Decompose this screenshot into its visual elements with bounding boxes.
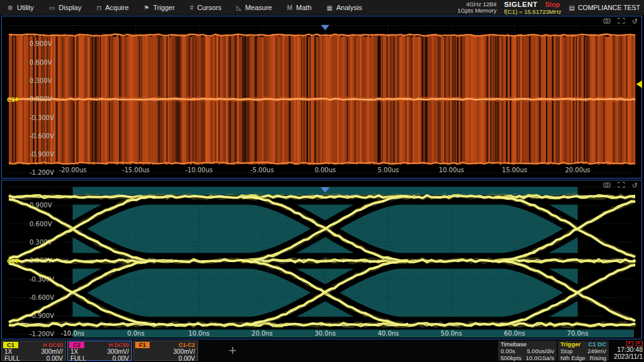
waveform-panel-main[interactable]: [1, 16, 642, 178]
clock-date: 2023/11/1: [606, 353, 643, 360]
channel-box-c1[interactable]: C1 H DC50 1X300mV/ FULL0.00V: [1, 341, 66, 361]
waveform-panel-eye[interactable]: [1, 180, 642, 339]
trigger-panel[interactable]: Trigger C1 DC Stop249mV Nth EdgeRising: [558, 341, 609, 361]
lan-status-icon: [626, 341, 633, 346]
atten-c1: 1X: [4, 349, 12, 355]
scale-c1: 300mV/: [42, 349, 63, 355]
math-source-f1: C1-C2: [179, 342, 195, 348]
atten-c2: 1X: [70, 349, 78, 355]
menu-trigger[interactable]: ⚑ Trigger: [136, 0, 182, 15]
clock-block: 17:30:48 2023/11/1: [606, 341, 643, 359]
measure-icon: ◺: [236, 4, 242, 11]
menu-measure[interactable]: ◺ Measure: [229, 0, 280, 15]
reset-zoom-icon[interactable]: ↺: [632, 18, 638, 25]
menu-trigger-label: Trigger: [153, 4, 174, 11]
brand-block: SIGLENT Stop f(C1) = 15.61723MHz: [504, 1, 561, 15]
timebase-points: 500kpts: [501, 355, 521, 361]
frequency-readout: f(C1) = 15.61723MHz: [504, 8, 561, 15]
menu-analysis-label: Analysis: [336, 4, 362, 11]
menu-analysis[interactable]: ▦ Analysis: [319, 0, 369, 15]
menu-acquire[interactable]: ⊓ Acquire: [89, 0, 136, 15]
fullscreen-icon[interactable]: [618, 182, 625, 189]
remote-status-icon: [636, 341, 643, 346]
coupling-c2: H DC50: [109, 342, 129, 348]
flag-icon: ⚑: [144, 4, 150, 11]
trigger-status: Stop: [560, 348, 573, 354]
status-bar: C1 H DC50 1X300mV/ FULL0.00V C2 H DC50 1…: [0, 340, 644, 362]
bw-c1: FULL: [4, 356, 19, 362]
clock-time: 17:30:48: [606, 346, 643, 353]
trigger-title: Trigger: [560, 341, 580, 348]
timebase-scale: 5.00us/div: [527, 348, 554, 354]
channel-box-c2[interactable]: C2 H DC50 1X300mV/ FULL0.00V: [67, 341, 132, 361]
menu-cursors-label: Cursors: [197, 4, 221, 11]
bw-c2: FULL: [70, 356, 86, 362]
trigger-level: 249mV: [587, 348, 606, 354]
compliance-test-button[interactable]: ▤ COMPLIANCE TEST: [569, 4, 641, 11]
menu-utility-label: Utility: [17, 4, 34, 11]
trigger-type: Nth Edge: [560, 355, 586, 361]
cursors-icon: #: [190, 4, 194, 11]
timebase-delay: 0.00s: [501, 348, 515, 354]
brand-logo: SIGLENT: [504, 1, 537, 8]
menu-display[interactable]: ▭ Display: [42, 0, 89, 15]
compliance-test-label: COMPLIANCE TEST: [578, 4, 640, 11]
screenshot-icon[interactable]: [603, 18, 611, 25]
menu-bar: ⚙ Utility ▭ Display ⊓ Acquire ⚑ Trigger …: [0, 0, 644, 15]
menu-math-label: Math: [296, 4, 311, 11]
scope-specs: 4GHz 12Bit 1Gpts Memory: [457, 1, 496, 14]
plus-icon: +: [229, 343, 237, 359]
menu-acquire-label: Acquire: [105, 4, 128, 11]
gear-icon: ⚙: [8, 4, 13, 11]
scale-c2: 300mV/: [108, 349, 129, 355]
menu-measure-label: Measure: [245, 4, 272, 11]
acquisition-status[interactable]: Stop: [545, 1, 560, 8]
channel-chip-c2: C2: [69, 342, 84, 348]
scale-f1: 300mV/: [174, 349, 195, 355]
channel-box-f1[interactable]: F1 C1-C2 300mV/ 0.00V: [133, 341, 198, 361]
trigger-slope: Rising: [590, 355, 606, 361]
timebase-panel[interactable]: Timebase 0.00s5.00us/div 500kpts10.0GSa/…: [498, 341, 557, 361]
menu-utility[interactable]: ⚙ Utility: [0, 0, 42, 15]
monitor-icon: ▭: [49, 4, 55, 11]
channel-chip-c1: C1: [3, 342, 18, 348]
timebase-title: Timebase: [501, 341, 554, 348]
screenshot-icon[interactable]: [603, 182, 611, 189]
channel-chip-f1: F1: [135, 342, 150, 348]
panel-toolbar-main: ↺: [603, 18, 638, 25]
acquire-icon: ⊓: [96, 4, 101, 11]
offset-c2: 0.00V: [113, 356, 129, 362]
report-icon: ▤: [569, 4, 575, 11]
panel-toolbar-eye: ↺: [603, 182, 638, 189]
math-icon: M: [287, 4, 292, 11]
menu-display-label: Display: [58, 4, 81, 11]
timebase-samplerate: 10.0GSa/s: [526, 355, 554, 361]
offset-c1: 0.00V: [47, 356, 63, 362]
analysis-icon: ▦: [326, 4, 332, 11]
trigger-source: C1 DC: [588, 341, 606, 348]
offset-f1: 0.00V: [179, 356, 195, 362]
coupling-c1: H DC50: [43, 342, 63, 348]
menu-math[interactable]: M Math: [279, 0, 319, 15]
reset-zoom-icon[interactable]: ↺: [632, 182, 638, 189]
fullscreen-icon[interactable]: [618, 18, 625, 25]
add-channel-button[interactable]: +: [200, 341, 265, 361]
menu-cursors[interactable]: # Cursors: [182, 0, 229, 15]
